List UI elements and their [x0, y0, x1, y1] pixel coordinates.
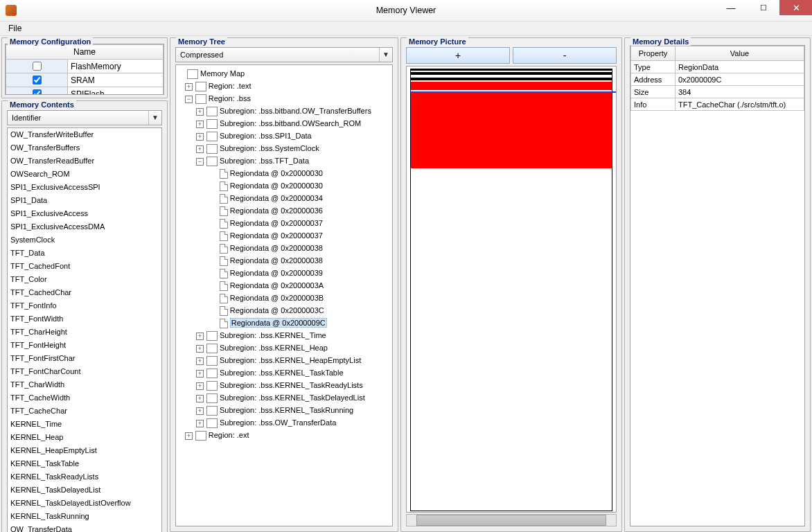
list-item[interactable]: TFT_CacheWidth: [8, 391, 161, 405]
zoom-in-button[interactable]: +: [406, 47, 510, 64]
list-item[interactable]: KERNEL_TaskReadyLists: [8, 470, 161, 484]
tree-subregion[interactable]: +Subregion: .bss.KERNEL_HeapEmptyList: [177, 354, 391, 366]
list-item[interactable]: KERNEL_Heap: [8, 431, 161, 444]
tree-regiondata[interactable]: Regiondata @ 0x20000037: [177, 217, 391, 229]
tree-subregion[interactable]: +Subregion: .bss.SPI1_Data: [177, 130, 391, 142]
toggle-icon[interactable]: +: [196, 108, 204, 116]
list-item[interactable]: TFT_CharWidth: [8, 378, 161, 391]
toggle-icon[interactable]: −: [196, 158, 204, 166]
tree-regiondata[interactable]: Regiondata @ 0x20000037: [177, 229, 391, 242]
zoom-out-button[interactable]: -: [513, 47, 617, 64]
minimize-button[interactable]: —: [714, 0, 747, 15]
list-item[interactable]: KERNEL_TaskDelayedList: [8, 484, 161, 497]
tree-regiondata[interactable]: Regiondata @ 0x20000036: [177, 204, 391, 217]
tree-region-text[interactable]: +Region: .text: [177, 80, 391, 92]
tree-regiondata[interactable]: Regiondata @ 0x20000030: [177, 179, 391, 192]
tree-subregion[interactable]: +Subregion: .bss.KERNEL_TaskDelayedList: [177, 391, 391, 404]
config-table[interactable]: Name FlashMemorySRAMSPIFlash: [6, 44, 164, 95]
tree-regiondata[interactable]: Regiondata @ 0x20000030: [177, 167, 391, 179]
list-item[interactable]: OW_TransferBuffers: [8, 141, 161, 154]
tree-regiondata[interactable]: Regiondata @ 0x20000038: [177, 254, 391, 267]
tree-subregion[interactable]: +Subregion: .bss.KERNEL_TaskTable: [177, 366, 391, 379]
tree-subregion[interactable]: +Subregion: .bss.bitband.OW_TransferBuff…: [177, 105, 391, 117]
list-item[interactable]: OW_TransferReadBuffer: [8, 154, 161, 168]
tree-subregion[interactable]: +Subregion: .bss.KERNEL_Time: [177, 329, 391, 342]
tree-regiondata[interactable]: Regiondata @ 0x2000003B: [177, 292, 391, 304]
tree-region-bss[interactable]: −Region: .bss: [177, 92, 391, 105]
toggle-icon[interactable]: −: [185, 96, 193, 103]
config-checkbox[interactable]: [33, 76, 42, 85]
list-item[interactable]: TFT_CacheChar: [8, 405, 161, 418]
memory-picture-canvas[interactable]: [406, 66, 617, 513]
maximize-button[interactable]: ☐: [747, 0, 779, 15]
list-item[interactable]: TFT_Data: [8, 247, 161, 260]
config-checkbox-cell[interactable]: [6, 73, 68, 87]
list-item[interactable]: KERNEL_TaskRunning: [8, 510, 161, 523]
toggle-icon[interactable]: +: [196, 395, 204, 402]
toggle-icon[interactable]: +: [196, 370, 204, 378]
toggle-icon[interactable]: +: [185, 83, 193, 91]
toggle-icon[interactable]: +: [196, 407, 204, 415]
toggle-icon[interactable]: +: [196, 133, 204, 141]
contents-identifier-dropdown[interactable]: Identifier ▼: [7, 110, 162, 125]
contents-list[interactable]: OW_TransferWriteBufferOW_TransferBuffers…: [8, 128, 161, 532]
list-item[interactable]: TFT_FontWidth: [8, 312, 161, 326]
list-item[interactable]: TFT_CharHeight: [8, 326, 161, 339]
list-item[interactable]: SPI1_ExclusiveAccess: [8, 207, 161, 220]
toggle-icon[interactable]: +: [196, 121, 204, 128]
list-item[interactable]: KERNEL_TaskDelayedListOverflow: [8, 497, 161, 510]
list-item[interactable]: SPI1_ExclusiveAccessSPI: [8, 181, 161, 194]
tree-subregion-tft[interactable]: −Subregion: .bss.TFT_Data: [177, 154, 391, 167]
list-item[interactable]: KERNEL_HeapEmptyList: [8, 444, 161, 457]
memory-tree[interactable]: Memory Map+Region: .text−Region: .bss+Su…: [175, 64, 393, 526]
config-col-name[interactable]: Name: [6, 45, 164, 60]
config-checkbox-cell[interactable]: [6, 60, 68, 73]
tree-subregion[interactable]: +Subregion: .bss.KERNEL_TaskReadyLists: [177, 379, 391, 391]
list-item[interactable]: TFT_FontInfo: [8, 299, 161, 312]
list-item[interactable]: SystemClock: [8, 233, 161, 247]
tree-regiondata[interactable]: Regiondata @ 0x20000038: [177, 242, 391, 254]
toggle-icon[interactable]: +: [196, 345, 204, 353]
config-row[interactable]: SRAM: [6, 73, 164, 87]
list-item[interactable]: TFT_CachedChar: [8, 286, 161, 299]
details-col-value[interactable]: Value: [676, 46, 804, 61]
tree-subregion[interactable]: +Subregion: .bss.KERNEL_TaskRunning: [177, 404, 391, 416]
close-button[interactable]: ✕: [779, 0, 812, 15]
tree-regiondata[interactable]: Regiondata @ 0x2000003A: [177, 279, 391, 292]
list-item[interactable]: KERNEL_Time: [8, 418, 161, 431]
toggle-icon[interactable]: +: [185, 432, 193, 440]
tree-subregion[interactable]: +Subregion: .bss.SystemClock: [177, 142, 391, 154]
tree-root[interactable]: Memory Map: [177, 67, 391, 80]
config-row[interactable]: SPIFlash: [6, 87, 164, 96]
config-checkbox[interactable]: [33, 89, 42, 95]
toggle-icon[interactable]: +: [196, 357, 204, 365]
toggle-icon[interactable]: +: [196, 332, 204, 340]
list-item[interactable]: OWSearch_ROM: [8, 168, 161, 181]
menu-file[interactable]: File: [4, 22, 26, 35]
tree-region-ext[interactable]: +Region: .ext: [177, 429, 391, 441]
details-table[interactable]: Property Value TypeRegionDataAddress0x20…: [630, 46, 804, 111]
list-item[interactable]: OW_TransferData: [8, 523, 161, 532]
list-item[interactable]: OW_TransferWriteBuffer: [8, 128, 161, 141]
details-col-property[interactable]: Property: [631, 46, 676, 61]
list-item[interactable]: TFT_Color: [8, 273, 161, 286]
tree-subregion[interactable]: +Subregion: .bss.bitband.OWSearch_ROM: [177, 117, 391, 130]
tree-regiondata[interactable]: Regiondata @ 0x2000009C: [177, 317, 391, 329]
tree-mode-dropdown[interactable]: Compressed ▼: [175, 47, 393, 62]
tree-regiondata[interactable]: Regiondata @ 0x20000039: [177, 267, 391, 279]
toggle-icon[interactable]: +: [196, 420, 204, 427]
list-item[interactable]: TFT_FontHeight: [8, 339, 161, 352]
toggle-icon[interactable]: +: [196, 382, 204, 390]
list-item[interactable]: SPI1_ExclusiveAccessDMA: [8, 220, 161, 233]
toggle-icon[interactable]: +: [196, 145, 204, 153]
list-item[interactable]: TFT_CachedFont: [8, 260, 161, 273]
config-checkbox[interactable]: [33, 62, 42, 71]
tree-regiondata[interactable]: Regiondata @ 0x2000003C: [177, 304, 391, 317]
picture-scrollbar[interactable]: [406, 514, 617, 526]
list-item[interactable]: TFT_FontCharCount: [8, 365, 161, 378]
list-item[interactable]: SPI1_Data: [8, 194, 161, 207]
config-checkbox-cell[interactable]: [6, 87, 68, 96]
list-item[interactable]: TFT_FontFirstChar: [8, 352, 161, 365]
tree-subregion[interactable]: +Subregion: .bss.OW_TransferData: [177, 416, 391, 429]
tree-regiondata[interactable]: Regiondata @ 0x20000034: [177, 192, 391, 204]
